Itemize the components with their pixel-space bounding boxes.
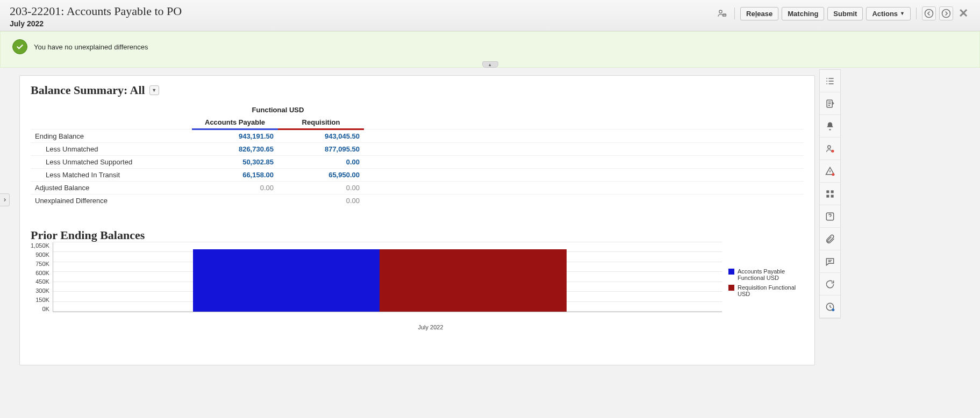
scope-dropdown-toggle[interactable]: ▼	[149, 85, 159, 95]
table-row: Adjusted Balance0.000.00	[31, 182, 804, 194]
legend-label: Requisition Functional USD	[738, 284, 804, 297]
collapse-handle-icon[interactable]: ▴	[482, 61, 498, 68]
header-toolbar: Release Matching Submit Actions ▼ ✕	[715, 4, 970, 20]
cell-accounts-payable: 0.00	[192, 182, 278, 194]
chart-x-label: July 2022	[58, 324, 804, 330]
cell-accounts-payable	[192, 194, 278, 207]
y-tick: 600K	[35, 270, 49, 276]
col-requisition: Requisition	[278, 116, 364, 129]
svg-rect-10	[826, 194, 829, 197]
right-rail	[819, 69, 841, 319]
y-tick: 1,050K	[31, 242, 49, 249]
legend-item: Accounts Payable Functional USD	[728, 268, 804, 281]
submit-button[interactable]: Submit	[827, 7, 863, 20]
svg-point-14	[832, 308, 834, 311]
cell-accounts-payable[interactable]: 826,730.65	[192, 143, 278, 156]
prev-nav-button[interactable]	[922, 6, 936, 20]
header-title-block: 203-22201: Accounts Payable to PO July 2…	[10, 4, 182, 28]
separator	[734, 8, 735, 19]
y-tick: 750K	[35, 261, 49, 267]
row-label: Ending Balance	[31, 129, 192, 143]
cell-accounts-payable[interactable]: 66,158.00	[192, 169, 278, 182]
user-assign-icon[interactable]	[715, 6, 729, 20]
legend-label: Accounts Payable Functional USD	[738, 268, 804, 281]
svg-point-6	[832, 149, 834, 152]
y-tick: 150K	[35, 297, 49, 303]
row-label: Less Matched In Transit	[31, 169, 192, 182]
matching-button[interactable]: Matching	[782, 7, 824, 20]
y-tick: 300K	[35, 287, 49, 294]
balance-summary-heading: Balance Summary: All ▼	[31, 83, 804, 97]
rail-attachment-icon[interactable]	[820, 228, 840, 250]
rail-list-icon[interactable]	[820, 70, 840, 92]
separator	[916, 8, 917, 19]
currency-group-header: Functional USD	[192, 100, 364, 116]
y-tick: 900K	[35, 251, 49, 258]
cell-accounts-payable[interactable]: 50,302.85	[192, 156, 278, 169]
rail-bell-icon[interactable]	[820, 115, 840, 138]
rail-refresh-icon[interactable]	[820, 273, 840, 296]
svg-point-7	[832, 173, 834, 176]
table-row: Less Unmatched826,730.65877,095.50	[31, 143, 804, 156]
balance-summary-table: Functional USD Accounts Payable Requisit…	[31, 100, 804, 207]
actions-dropdown[interactable]: Actions ▼	[866, 7, 911, 20]
table-row: Unexplained Difference0.00	[31, 194, 804, 207]
row-label: Adjusted Balance	[31, 182, 192, 194]
cell-accounts-payable[interactable]: 943,191.50	[192, 129, 278, 143]
next-nav-button[interactable]	[939, 6, 953, 20]
banner-message: You have no unexplained differences	[34, 43, 148, 51]
main-panel: Balance Summary: All ▼ Functional USD Ac…	[19, 75, 815, 365]
svg-point-0	[719, 10, 722, 13]
chart-plot-area	[53, 242, 722, 312]
success-check-icon	[12, 39, 27, 54]
chart-legend: Accounts Payable Functional USDRequisiti…	[728, 242, 804, 323]
release-button[interactable]: Release	[740, 7, 778, 20]
col-accounts-payable: Accounts Payable	[192, 116, 278, 129]
cell-requisition[interactable]: 943,045.50	[278, 129, 364, 143]
release-label: Release	[746, 10, 772, 18]
table-row: Less Matched In Transit66,158.0065,950.0…	[31, 169, 804, 182]
page-header: 203-22201: Accounts Payable to PO July 2…	[0, 0, 980, 31]
prior-balances-chart: 1,050K900K750K600K450K300K150K0K Account…	[31, 242, 804, 323]
legend-swatch	[728, 269, 734, 275]
rail-clock-icon[interactable]	[820, 296, 840, 318]
rail-apps-icon[interactable]	[820, 183, 840, 205]
cell-requisition[interactable]: 0.00	[278, 156, 364, 169]
rail-help-icon[interactable]	[820, 205, 840, 228]
row-label: Unexplained Difference	[31, 194, 192, 207]
row-label: Less Unmatched Supported	[31, 156, 192, 169]
svg-point-3	[942, 10, 950, 18]
actions-label: Actions	[872, 10, 898, 18]
svg-rect-8	[826, 190, 829, 193]
svg-rect-11	[831, 194, 834, 197]
rail-comment-icon[interactable]	[820, 250, 840, 273]
svg-point-5	[828, 146, 831, 148]
cell-requisition[interactable]: 65,950.00	[278, 169, 364, 182]
svg-point-2	[925, 10, 933, 18]
legend-item: Requisition Functional USD	[728, 284, 804, 297]
chart-y-axis: 1,050K900K750K600K450K300K150K0K	[31, 242, 53, 312]
chart-bar[interactable]	[380, 249, 566, 312]
table-row: Less Unmatched Supported50,302.850.00	[31, 156, 804, 169]
y-tick: 0K	[42, 306, 49, 312]
cell-requisition: 0.00	[278, 194, 364, 207]
chart-bar[interactable]	[193, 249, 380, 312]
rail-alert-icon[interactable]	[820, 160, 840, 183]
legend-swatch	[728, 285, 734, 291]
cell-requisition: 0.00	[278, 182, 364, 194]
close-icon[interactable]: ✕	[956, 6, 970, 20]
rail-document-icon[interactable]	[820, 92, 840, 115]
cell-requisition[interactable]: 877,095.50	[278, 143, 364, 156]
caret-down-icon: ▼	[900, 11, 905, 16]
left-drawer-toggle[interactable]	[0, 193, 10, 206]
rail-user-status-icon[interactable]	[820, 138, 840, 160]
row-label: Less Unmatched	[31, 143, 192, 156]
y-tick: 450K	[35, 278, 49, 285]
chart-title: Prior Ending Balances	[31, 228, 804, 242]
page-title: 203-22201: Accounts Payable to PO	[10, 4, 182, 18]
table-row: Ending Balance943,191.50943,045.50	[31, 129, 804, 143]
status-banner: You have no unexplained differences ▴	[0, 31, 980, 68]
svg-rect-9	[831, 190, 834, 193]
page-period: July 2022	[10, 19, 182, 28]
